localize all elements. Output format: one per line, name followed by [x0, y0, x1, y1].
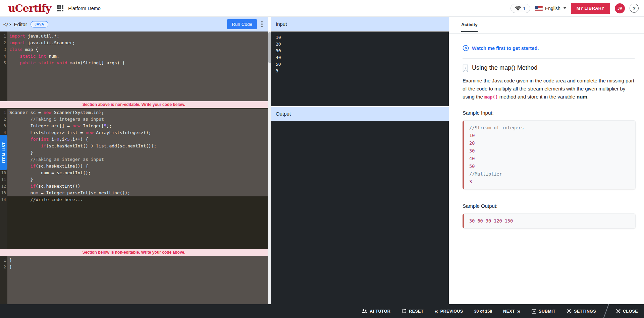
- non-editable-below-banner: Section below is non-editable. Write you…: [0, 249, 268, 256]
- code-line: class map {: [7, 46, 268, 53]
- double-chevron-left-icon: «: [435, 308, 438, 314]
- reset-button[interactable]: RESET: [401, 309, 424, 314]
- code-line: for(int i=0;i<5;i++) {: [7, 136, 268, 143]
- ai-tutor-button[interactable]: AI TUTOR: [362, 309, 390, 314]
- editor-header: </> Editor JAVA Run Code: [0, 17, 268, 31]
- watch-me-link[interactable]: Watch me first to get started.: [463, 45, 539, 51]
- line-number: 4: [0, 53, 6, 60]
- page-title: Platform Demo: [68, 6, 101, 11]
- close-icon: [616, 309, 621, 313]
- next-button[interactable]: NEXT »: [503, 308, 521, 314]
- activity-title: Using the map() Method: [472, 64, 537, 71]
- sample-line: 50: [469, 163, 630, 170]
- code-line: Scanner sc = new Scanner(System.in);: [7, 109, 268, 116]
- line-number: 11: [0, 176, 6, 183]
- editor-panel: </> Editor JAVA Run Code 12345 import ja…: [0, 17, 268, 304]
- watch-me-label: Watch me first to get started.: [472, 46, 539, 51]
- code-line: //Write code here...: [7, 196, 268, 203]
- editor-title: Editor: [14, 21, 27, 27]
- language-selector[interactable]: English: [535, 6, 566, 11]
- editor-editable-section[interactable]: 1234567891011121314 Scanner sc = new Sca…: [0, 108, 268, 249]
- app-header: uCertify Platform Demo 1: [0, 0, 644, 17]
- play-circle-icon: [463, 45, 469, 51]
- sample-line: 40: [469, 155, 630, 163]
- close-button[interactable]: CLOSE: [616, 309, 638, 314]
- code-line: if(sc.hasNextLine()) {: [7, 163, 268, 170]
- output-area: [271, 121, 449, 304]
- settings-button[interactable]: SETTINGS: [567, 309, 596, 314]
- code-line: Integer arr[] = new Integer[5];: [7, 123, 268, 129]
- input-header: Input: [271, 17, 449, 31]
- io-panel: Input 10 20 30 40 50 3 Output: [271, 17, 449, 304]
- sample-input-block: //Stream of integers1020304050//Multipli…: [463, 120, 636, 189]
- activity-title-row: Using the map() Method: [463, 64, 635, 72]
- item-list-tab[interactable]: ITEM LIST: [0, 135, 7, 170]
- code-line: import java.util.*;: [7, 33, 268, 40]
- line-number: 12: [0, 183, 6, 190]
- bottom-toolbar: AI TUTOR RESET « PREVIOUS 30 of 158 NEXT…: [0, 304, 644, 318]
- line-number-gutter: 1234567891011121314: [0, 108, 7, 249]
- line-number: 3: [0, 46, 6, 53]
- code-line: if(sc.hasNextInt()): [7, 183, 268, 190]
- gem-counter[interactable]: 1: [511, 4, 530, 13]
- line-number-gutter: 12345: [0, 31, 7, 101]
- sample-line: 20: [469, 139, 630, 147]
- sample-line: 3: [469, 178, 630, 186]
- editor-menu-kebab-icon[interactable]: [259, 19, 265, 29]
- reset-icon: [401, 309, 407, 314]
- sample-line: //Multiplier: [469, 170, 630, 178]
- line-number: 1: [0, 33, 6, 40]
- line-number: 1: [0, 109, 6, 116]
- sample-input-label: Sample Input:: [463, 110, 635, 116]
- line-number: 2: [0, 264, 6, 270]
- line-number: 5: [0, 60, 6, 66]
- editor-top-section: 12345 import java.util.*;import java.uti…: [0, 31, 268, 101]
- code-line: static int num;: [7, 53, 268, 60]
- tab-activity[interactable]: Activity: [461, 17, 478, 34]
- ucertify-logo[interactable]: uCertify: [8, 0, 51, 17]
- avatar[interactable]: JV: [615, 3, 625, 13]
- activity-panel: Activity Watch me first to get started.: [449, 17, 644, 304]
- checkbox-check-icon: [532, 309, 536, 314]
- line-number: 1: [0, 257, 6, 264]
- line-number: 3: [0, 123, 6, 129]
- line-number: 13: [0, 190, 6, 196]
- language-badge: JAVA: [31, 21, 48, 27]
- code-line: //Taking an integer as input: [7, 156, 268, 163]
- code-icon: </>: [3, 22, 11, 27]
- my-library-button[interactable]: MY LIBRARY: [571, 3, 610, 14]
- run-code-button[interactable]: Run Code: [227, 19, 257, 29]
- gem-icon: [515, 6, 521, 11]
- submit-button[interactable]: SUBMIT: [532, 309, 555, 314]
- editor-scrollbar[interactable]: [268, 31, 271, 304]
- item-list-label: ITEM LIST: [2, 142, 6, 163]
- progress-indicator: 30 of 158: [474, 309, 492, 314]
- divider: [463, 58, 635, 59]
- chevron-down-icon: [564, 7, 566, 9]
- scrollbar-thumb[interactable]: [268, 32, 271, 63]
- bookmark-icon: [463, 64, 468, 72]
- header-actions: 1 English MY LIBRARY JV ?: [511, 3, 644, 14]
- line-number: 2: [0, 116, 6, 123]
- code-line: //Taking 5 integers as input: [7, 116, 268, 123]
- help-icon[interactable]: ?: [630, 4, 639, 13]
- line-number: 14: [0, 196, 6, 203]
- sample-output-block: 30 60 90 120 150: [463, 213, 636, 229]
- language-label: English: [545, 6, 560, 11]
- line-number: 2: [0, 40, 6, 46]
- apps-grid-icon[interactable]: [57, 5, 63, 11]
- activity-description: Examine the Java code given in the code …: [463, 77, 635, 101]
- code-line: List<Integer> list = new ArrayList<Integ…: [7, 129, 268, 136]
- line-number: 10: [0, 170, 6, 176]
- code-line: public static void main(String[] args) {: [7, 60, 268, 66]
- input-values[interactable]: 10 20 30 40 50 3: [271, 31, 449, 77]
- code-line: num = sc.nextInt();: [7, 170, 268, 176]
- previous-button[interactable]: « PREVIOUS: [435, 308, 463, 314]
- people-icon: [362, 309, 367, 314]
- input-area[interactable]: 10 20 30 40 50 3: [271, 31, 449, 106]
- toolbar-divider: [603, 304, 609, 318]
- sample-line: 30: [469, 147, 630, 155]
- double-chevron-right-icon: »: [517, 308, 521, 314]
- gear-icon: [567, 309, 572, 314]
- sample-line: 10: [469, 132, 630, 139]
